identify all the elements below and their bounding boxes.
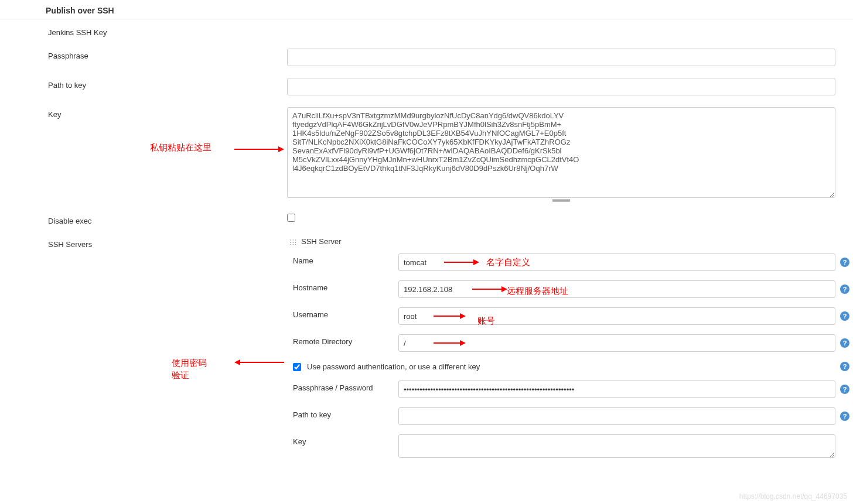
jenkins-ssh-key-row: Jenkins SSH Key — [0, 19, 853, 43]
svg-marker-11 — [234, 359, 240, 365]
hostname-row: Hostname 远程服务器地址 ? — [0, 276, 853, 303]
disable-exec-label: Disable exec — [0, 214, 287, 225]
name-label: Name — [0, 253, 398, 265]
remote-directory-label: Remote Directory — [0, 334, 398, 346]
jenkins-ssh-key-label: Jenkins SSH Key — [0, 25, 287, 37]
disable-exec-checkbox[interactable] — [287, 214, 295, 222]
passphrase-row: Passphrase — [0, 43, 853, 72]
remote-directory-row: Remote Directory ? — [0, 330, 853, 356]
ssh-server-section: Name 名字自定义 ? Hostname 远程服务器地址 — [0, 249, 853, 464]
passphrase-password-row: Passphrase / Password ? — [0, 376, 853, 403]
use-password-auth-row: Use password authentication, or use a di… — [0, 356, 853, 376]
key-row: Key A7uRcliLfXu+spV3nTBxtgzmzMMd9urgbylo… — [0, 101, 853, 208]
name-input[interactable] — [398, 253, 835, 271]
form-area: Jenkins SSH Key Passphrase Path to key K… — [0, 19, 853, 464]
path-to-key2-input[interactable] — [398, 407, 835, 425]
key2-row: Key — [0, 430, 853, 464]
ssh-servers-row: SSH Servers SSH Server — [0, 231, 853, 249]
svg-marker-1 — [278, 146, 284, 152]
hostname-input[interactable] — [398, 280, 835, 298]
resize-grip[interactable] — [287, 198, 835, 202]
passphrase-input[interactable] — [287, 49, 835, 66]
path-to-key2-row: Path to key ? — [0, 403, 853, 430]
ssh-server-label: SSH Server — [301, 237, 342, 246]
use-password-auth-label: Use password authentication, or use a di… — [307, 362, 480, 371]
drag-handle-icon[interactable] — [289, 238, 296, 245]
help-icon[interactable]: ? — [840, 258, 849, 267]
username-row: Username 账号 ? — [0, 303, 853, 330]
help-icon[interactable]: ? — [840, 338, 849, 348]
key2-textarea[interactable] — [398, 434, 835, 458]
name-row: Name 名字自定义 ? — [0, 249, 853, 276]
help-icon[interactable]: ? — [840, 412, 849, 421]
path-to-key2-label: Path to key — [0, 407, 398, 419]
passphrase-password-label: Passphrase / Password — [0, 380, 398, 392]
hostname-label: Hostname — [0, 280, 398, 292]
remote-directory-input[interactable] — [398, 334, 835, 352]
key2-label: Key — [0, 434, 398, 446]
key-textarea[interactable]: A7uRcliLfXu+spV3nTBxtgzmzMMd9urgbylozNfU… — [287, 107, 835, 198]
path-to-key-row: Path to key — [0, 72, 853, 101]
username-input[interactable] — [398, 307, 835, 325]
help-icon[interactable]: ? — [840, 284, 849, 294]
passphrase-label: Passphrase — [0, 49, 287, 60]
path-to-key-input[interactable] — [287, 78, 835, 95]
arrow-icon — [234, 143, 284, 155]
disable-exec-row: Disable exec — [0, 208, 853, 231]
key-label: Key — [0, 107, 287, 119]
section-title: Publish over SSH — [0, 0, 853, 19]
help-icon[interactable]: ? — [840, 385, 849, 394]
use-password-auth-checkbox[interactable] — [293, 363, 301, 371]
ssh-servers-label: SSH Servers — [0, 237, 287, 249]
path-to-key-label: Path to key — [0, 78, 287, 90]
help-icon[interactable]: ? — [840, 362, 849, 371]
help-icon[interactable]: ? — [840, 311, 849, 321]
annotation-private-key: 私钥粘贴在这里 — [150, 142, 211, 152]
username-label: Username — [0, 307, 398, 319]
passphrase-password-input[interactable] — [398, 380, 835, 398]
arrow-icon — [234, 356, 284, 368]
